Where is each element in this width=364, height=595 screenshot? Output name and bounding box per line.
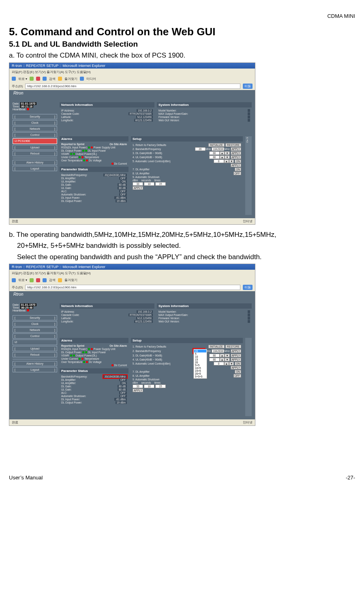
stop-icon[interactable] [36, 77, 40, 81]
up-button3[interactable]: ▲ [224, 159, 229, 163]
apply-button-bw[interactable]: APPLY [231, 147, 241, 151]
on-button-dl[interactable]: ON [235, 168, 241, 171]
sec-input[interactable]: 10 [144, 182, 154, 186]
ps-dlgain-v: 80 dB [118, 183, 127, 186]
off-button-ul2[interactable]: OFF [233, 374, 241, 378]
maxpwr-label: MAX Output Power/Gain: [158, 112, 188, 115]
go-button[interactable]: 이동 [243, 84, 253, 89]
fav-icon[interactable] [58, 77, 62, 81]
address-input[interactable]: http://192.168.0.2:83/pcs1900.htm [25, 84, 240, 89]
ulgain-input2[interactable]: 80 [209, 358, 220, 361]
up-button[interactable]: ▲ [220, 151, 225, 155]
bw-opt-20b[interactable]: 20 [194, 361, 206, 364]
ps-ulgain-v: 80 dB [118, 187, 127, 189]
sidebar-item-pcs1900-2[interactable]: ☑ [13, 339, 57, 345]
on-button[interactable]: ON [235, 159, 241, 163]
back-label[interactable]: 뒤로 ▾ [18, 77, 27, 81]
ulgain-input[interactable]: 80 [209, 155, 220, 159]
dlgain-input[interactable]: 80 [209, 151, 220, 155]
freq-input[interactable]: 1842838 [212, 147, 224, 151]
sidebar-item-control[interactable]: [Control] [13, 132, 57, 137]
sidebar-item-logout2[interactable]: [Logout] [13, 367, 57, 372]
status-done2: 완료 [12, 420, 18, 425]
up-button2[interactable]: ▲ [220, 155, 225, 159]
sec-input2[interactable]: 10 [144, 384, 154, 388]
sidebar-item-reboot[interactable]: [Reboot] [13, 151, 57, 156]
bw-opt-5[interactable]: 5 [194, 352, 206, 355]
sidebar-item-security2[interactable]: [Security] [13, 315, 57, 320]
off-button-ul[interactable]: OFF [233, 172, 241, 175]
sidebar-item-upload[interactable]: [Upload] [13, 145, 57, 150]
fav-icon2[interactable] [58, 278, 62, 282]
sidebar-item-upload2[interactable]: [Upload] [13, 346, 57, 351]
on-button-dl2[interactable]: ON [235, 370, 241, 374]
bw-opt-10p5[interactable]: 10+5 [194, 367, 206, 369]
back-label2[interactable]: 뒤로 ▾ [18, 278, 27, 282]
bw-opt-10[interactable]: 10 [194, 355, 206, 358]
apply-button-auto[interactable]: APPLY [133, 186, 143, 190]
status-internet: 인터넷 [243, 219, 253, 223]
initialize-button[interactable]: INITIALIZE [208, 143, 225, 147]
back-icon2[interactable] [12, 278, 16, 282]
apply-button-ul[interactable]: APPLY [231, 155, 241, 159]
sidebar-item-logout[interactable]: [Logout] [13, 166, 57, 171]
bw-select[interactable]: 20 [195, 147, 206, 151]
fwd-icon2[interactable] [30, 278, 34, 282]
sidebar-item-alarm-history[interactable]: [Alarm History] [13, 160, 57, 165]
apply-button-ul2[interactable]: APPLY [231, 358, 241, 361]
apply-button-auto2[interactable]: APPLY [133, 389, 143, 392]
sidebar-item-security[interactable]: [Security] [13, 114, 57, 119]
media-icon[interactable] [80, 77, 84, 81]
dlgain-input2[interactable]: 80 [209, 354, 220, 357]
sidebar-item-pcs1900[interactable]: ☑ PCS1900 [13, 138, 57, 144]
back-icon[interactable] [12, 77, 16, 81]
sidebar-item-clock[interactable]: [Clock] [13, 120, 57, 125]
sidebar-item-reboot2[interactable]: [Reboot] [13, 352, 57, 357]
fwd-icon[interactable] [30, 77, 34, 81]
footer-left: User’s Manual [9, 475, 43, 481]
stop-icon2[interactable] [36, 278, 40, 282]
home-icon2[interactable] [43, 278, 47, 282]
mhz-label2: MHz [224, 148, 229, 150]
apply-button-alc2[interactable]: APPLY [231, 366, 241, 369]
bw-opt-15[interactable]: 15 [194, 358, 206, 361]
go-button2[interactable]: 이동 [243, 285, 253, 290]
down-button[interactable]: ▼ [225, 151, 229, 155]
search-label[interactable]: 검색 [49, 77, 56, 81]
media-label[interactable]: 미디어 [86, 77, 96, 81]
times-input[interactable]: 15 [155, 182, 166, 186]
bw-opt-20[interactable]: 20 [194, 350, 206, 352]
alc-input2[interactable]: 0 [214, 362, 224, 365]
initialize-button2[interactable]: INITIALIZE [208, 345, 225, 348]
bw-opt-15p5[interactable]: 15+5 [194, 369, 206, 372]
sidebar-item-control2[interactable]: [Control] [13, 333, 57, 339]
sidebar-item-clock2[interactable]: [Clock] [13, 321, 57, 326]
fav-label2[interactable]: 즐겨찾기 [64, 278, 77, 282]
dbm-input2[interactable]: 33 [133, 384, 143, 388]
restore-button[interactable]: RESTORE [225, 143, 241, 147]
apply-button-alc[interactable]: APPLY [231, 163, 241, 167]
times-input2[interactable]: 15 [155, 384, 166, 388]
dbm-input[interactable]: 33 [133, 182, 143, 186]
sidebar-item-network2[interactable]: [Network] [13, 327, 57, 333]
address-input2[interactable]: http://192.168.0.2:83/pcs1900.htm [25, 285, 240, 290]
freq-input2[interactable]: 1842838 [212, 349, 224, 353]
search-label2[interactable]: 검색 [49, 278, 56, 282]
on-button2[interactable]: ON [235, 362, 241, 365]
apply-button-dl[interactable]: APPLY [231, 151, 241, 155]
home-icon[interactable] [43, 77, 47, 81]
bandwidth-dropdown[interactable]: 20 5 10 15 20 5+5 10+5 15+5 20+5 5+5+5 [193, 349, 207, 379]
lat-label: Latitude: [61, 116, 71, 118]
bw-opt-5p5p5[interactable]: 5+5+5 [194, 375, 206, 378]
fav-label[interactable]: 즐겨찾기 [64, 77, 77, 81]
apply-button-bw2[interactable]: APPLY [231, 349, 241, 353]
apply-button-dl2[interactable]: APPLY [231, 354, 241, 357]
bw-opt-5p5[interactable]: 5+5 [194, 364, 206, 367]
down-button3[interactable]: ▼ [229, 159, 234, 163]
restore-button2[interactable]: RESTORE [225, 345, 241, 348]
sidebar-item-network[interactable]: [Network] [13, 126, 57, 131]
sidebar-item-alarm-history2[interactable]: [Alarm History] [13, 361, 57, 366]
bw-opt-20p5[interactable]: 20+5 [194, 372, 206, 375]
alc-input[interactable]: 0 [214, 159, 224, 163]
down-button2[interactable]: ▼ [225, 155, 229, 159]
